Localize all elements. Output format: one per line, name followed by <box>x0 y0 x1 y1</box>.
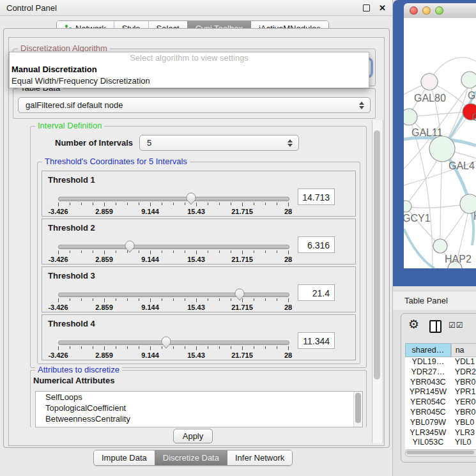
slider-thumb[interactable] <box>161 336 171 349</box>
network-node[interactable] <box>404 201 411 212</box>
scrollbar-thumb[interactable] <box>406 450 474 454</box>
thresholds-group-title: Threshold's Coordinates for 5 Intervals <box>42 157 190 166</box>
table-horizontal-scrollbar[interactable] <box>405 449 476 457</box>
table-column-header[interactable]: shared… <box>405 343 451 357</box>
table-row[interactable]: YER054CYER0 <box>405 397 476 408</box>
slider-tick-label: 9.144 <box>141 351 159 359</box>
slider-tick <box>288 203 289 206</box>
slider-tick-label: 21.715 <box>231 256 253 263</box>
slider-track[interactable] <box>58 197 289 201</box>
network-node[interactable] <box>404 109 417 125</box>
tab-discretize-data[interactable]: Discretize Data <box>155 450 227 465</box>
close-traffic-light-icon[interactable] <box>410 6 418 15</box>
dropdown-placeholder-item[interactable]: Select algorithm to view settings <box>10 52 369 64</box>
dropdown-option-manual-discretization[interactable]: Manual Discretization <box>10 64 369 75</box>
apply-button[interactable]: Apply <box>173 429 213 443</box>
column-selector-icon[interactable] <box>429 320 441 333</box>
table-cell[interactable]: YDR2 <box>451 367 476 378</box>
table-cell[interactable]: YBR0 <box>451 408 476 418</box>
slider-tick <box>173 250 174 253</box>
attribute-list-item[interactable]: BetweennessCentrality <box>36 413 362 424</box>
table-settings-gear-icon[interactable]: ⚙ <box>408 318 419 330</box>
attribute-list-item[interactable]: SelfLoops <box>36 392 362 403</box>
select-columns-checkbox-icons[interactable]: ☑☑ <box>449 321 464 330</box>
table-cell[interactable]: YIL053C <box>405 438 451 448</box>
number-of-intervals-label: Number of Intervals <box>55 138 133 148</box>
slider-track[interactable] <box>58 341 289 345</box>
slider-tick <box>162 250 162 253</box>
table-cell[interactable]: YDL19… <box>405 357 451 367</box>
settings-vertical-scrollbar[interactable] <box>372 120 383 443</box>
network-node[interactable] <box>421 73 438 90</box>
slider-tick <box>104 346 105 350</box>
slider-track[interactable] <box>58 293 289 297</box>
network-node[interactable] <box>461 72 476 88</box>
number-of-intervals-combobox[interactable]: 5 <box>139 135 299 151</box>
table-header-row: shared…na <box>405 343 476 357</box>
threshold-2-value-field[interactable]: 6.316 <box>298 236 335 253</box>
network-node[interactable] <box>429 136 455 162</box>
table-row[interactable]: YIL053CYIL0 <box>405 438 476 448</box>
numerical-attributes-list[interactable]: SelfLoopsTopologicalCoefficientBetweenne… <box>35 391 363 427</box>
table-cell[interactable]: YBR0 <box>451 378 476 388</box>
tab-infer-network[interactable]: Infer Network <box>227 450 292 465</box>
minimize-traffic-light-icon[interactable] <box>422 6 431 15</box>
list-vertical-scrollbar[interactable] <box>353 392 362 427</box>
table-cell[interactable]: YBL0 <box>451 418 476 428</box>
slider-tick <box>93 298 93 301</box>
slider-tick <box>127 298 128 301</box>
threshold-4-value-field[interactable]: 11.344 <box>298 332 335 349</box>
table-row[interactable]: YLR345WYLR3 <box>405 428 476 438</box>
close-icon[interactable]: ✕ <box>379 5 386 11</box>
table-row[interactable]: YPR145WYPR1 <box>405 387 476 397</box>
scrollbar-thumb[interactable] <box>374 130 380 380</box>
table-row[interactable]: YBL079WYBL0 <box>405 418 476 428</box>
interval-definition-group: Interval Definition Number of Intervals … <box>30 126 367 368</box>
threshold-3-value-field[interactable]: 21.4 <box>298 284 335 301</box>
threshold-1-value-field[interactable]: 14.713 <box>298 188 335 205</box>
slider-thumb[interactable] <box>125 240 135 253</box>
table-cell[interactable]: YPR1 <box>451 387 476 397</box>
slider-thumb[interactable] <box>186 192 196 205</box>
table-cell[interactable]: YER0 <box>451 397 476 408</box>
tab-impute-data[interactable]: Impute Data <box>94 450 155 465</box>
slider-tick <box>254 346 254 349</box>
table-cell[interactable]: YBR043C <box>405 378 451 388</box>
table-cell[interactable]: YIL0 <box>451 438 476 448</box>
table-row[interactable]: YDL19…YDL1 <box>405 357 476 367</box>
slider-tick <box>208 346 208 349</box>
table-cell[interactable]: YBR045C <box>405 408 451 418</box>
table-row[interactable]: YBR045CYBR0 <box>405 408 476 418</box>
network-view-window[interactable]: GAL80GACGAL11GAL4GCY1HHAP2 <box>393 0 476 286</box>
slider-track[interactable] <box>58 245 289 249</box>
slider-tick <box>139 203 139 205</box>
network-window-titlebar[interactable] <box>404 3 476 18</box>
float-window-icon[interactable] <box>363 4 370 12</box>
table-row[interactable]: YBR043CYBR0 <box>405 378 476 388</box>
network-canvas[interactable]: GAL80GACGAL11GAL4GCY1HHAP2 <box>404 18 476 268</box>
table-cell[interactable]: YBL079W <box>405 418 451 428</box>
table-cell[interactable]: YLR3 <box>451 428 476 438</box>
table-cell[interactable]: YER054C <box>405 397 451 408</box>
table-cell[interactable]: YDR27… <box>405 367 451 378</box>
scrollbar-thumb[interactable] <box>355 393 361 423</box>
attribute-list-item[interactable]: TopologicalCoefficient <box>36 403 362 413</box>
table-row[interactable]: YDR27…YDR2 <box>405 367 476 378</box>
table-cell[interactable]: YLR345W <box>405 428 451 438</box>
table-data-combobox[interactable]: galFiltered.sif default node <box>18 97 371 113</box>
zoom-traffic-light-icon[interactable] <box>435 6 443 15</box>
algorithm-dropdown-popup: Select algorithm to view settings Manual… <box>9 52 369 88</box>
threshold-3-label: Threshold 3 <box>48 271 95 280</box>
slider-tick <box>139 298 139 301</box>
slider-thumb[interactable] <box>234 288 245 301</box>
table-cell[interactable]: YPR145W <box>405 387 451 397</box>
slider-tick <box>104 250 105 254</box>
table-cell[interactable]: YDL1 <box>451 357 476 367</box>
network-node-label: GAL4 <box>449 160 475 171</box>
dropdown-option-equal-width-frequency[interactable]: Equal Width/Frequency Discretization <box>10 75 369 87</box>
slider-tick <box>277 250 277 253</box>
network-node[interactable] <box>433 239 447 253</box>
table-column-header[interactable]: na <box>451 343 476 357</box>
slider-tick-label: -3.426 <box>48 208 68 215</box>
slider-tick <box>208 298 208 301</box>
